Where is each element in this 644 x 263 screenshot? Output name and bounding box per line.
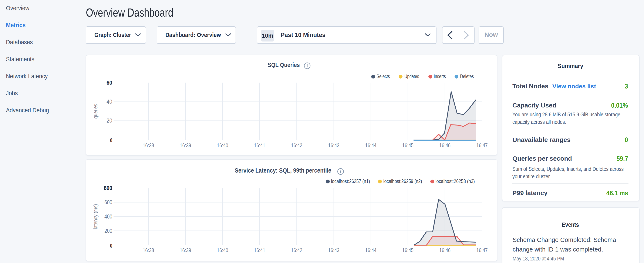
svg-text:16:38: 16:38: [143, 142, 154, 149]
svg-text:16:39: 16:39: [180, 247, 191, 253]
svg-text:0: 0: [110, 137, 112, 144]
svg-text:60: 60: [106, 80, 112, 86]
svg-text:20: 20: [106, 117, 112, 124]
svg-text:16:47: 16:47: [476, 247, 488, 253]
svg-text:16:40: 16:40: [217, 142, 228, 149]
svg-text:16:47: 16:47: [476, 142, 488, 149]
svg-text:600: 600: [104, 199, 112, 205]
svg-text:16:45: 16:45: [402, 247, 414, 253]
svg-text:16:43: 16:43: [328, 142, 339, 149]
svg-text:16:42: 16:42: [291, 247, 302, 253]
svg-text:16:40: 16:40: [217, 247, 228, 253]
svg-text:16:43: 16:43: [328, 247, 339, 253]
svg-text:16:45: 16:45: [402, 142, 414, 149]
svg-text:16:41: 16:41: [254, 142, 265, 149]
svg-text:400: 400: [104, 213, 112, 220]
svg-text:16:44: 16:44: [365, 142, 376, 149]
svg-text:16:41: 16:41: [254, 247, 265, 253]
svg-text:40: 40: [106, 99, 112, 105]
svg-text:16:46: 16:46: [439, 142, 450, 149]
svg-text:latency (ms): latency (ms): [92, 204, 99, 229]
svg-text:queries: queries: [92, 104, 99, 119]
svg-text:200: 200: [104, 228, 112, 234]
svg-text:0: 0: [110, 242, 112, 249]
svg-text:16:38: 16:38: [143, 247, 154, 253]
svg-text:16:44: 16:44: [365, 247, 376, 253]
svg-text:800: 800: [104, 185, 112, 191]
svg-text:16:46: 16:46: [439, 247, 450, 253]
svg-text:16:42: 16:42: [291, 142, 302, 149]
svg-text:16:39: 16:39: [180, 142, 191, 149]
